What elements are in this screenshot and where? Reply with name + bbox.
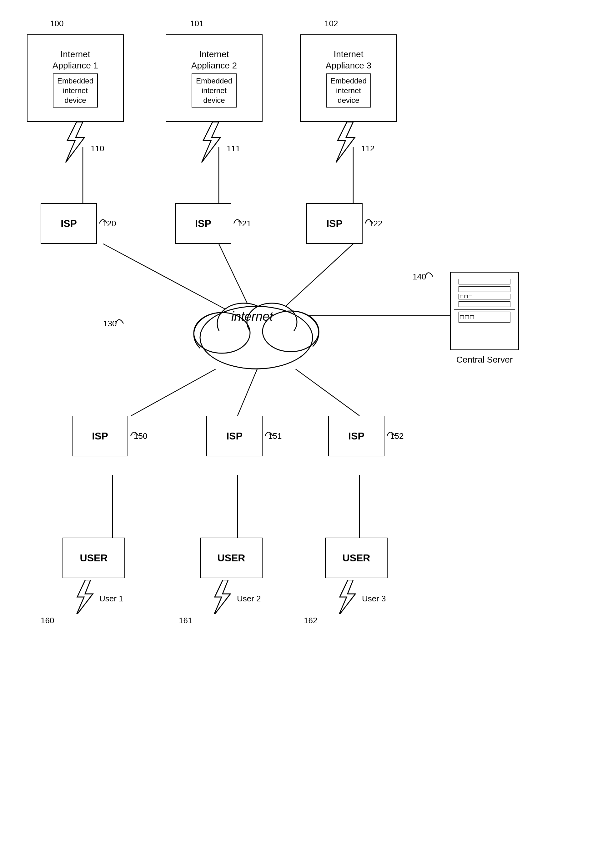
user1-label: USER (80, 552, 108, 564)
wireless-bolt-112 (330, 122, 358, 163)
isp2-curl (231, 214, 246, 230)
wireless-bolt-111 (195, 122, 223, 163)
user3-label: USER (343, 552, 370, 564)
central-server-label: Central Server (450, 355, 519, 365)
appliance3-box: Internet Appliance 3 Embedded internet d… (300, 34, 397, 122)
svg-marker-25 (76, 580, 93, 614)
user2-box: USER (200, 538, 263, 578)
appliance1-box: Internet Appliance 1 Embedded internet d… (27, 34, 124, 122)
user1-box: USER (62, 538, 125, 578)
user2-ref: 161 (179, 616, 192, 625)
internet-cloud (181, 275, 331, 375)
user3-text: User 3 (362, 594, 386, 604)
user2-label: USER (218, 552, 245, 564)
svg-marker-15 (336, 122, 355, 163)
appliance2-box: Internet Appliance 2 Embedded internet d… (166, 34, 263, 122)
appliance1-ref: 100 (50, 19, 64, 28)
isp3-box: ISP (306, 203, 362, 244)
appliance3-ref: 102 (324, 19, 338, 28)
user3-ref: 162 (304, 616, 317, 625)
isp1-curl (96, 214, 112, 230)
svg-marker-26 (214, 580, 230, 614)
user3-box: USER (325, 538, 388, 578)
isp5-curl (262, 427, 278, 442)
isp4-curl (128, 427, 143, 442)
wireless-bolt-161 (208, 580, 233, 614)
appliance2-inner: Embedded internet device (192, 73, 237, 108)
isp4-box: ISP (72, 416, 128, 456)
wireless-bolt-160 (70, 580, 95, 614)
isp6-curl (384, 427, 399, 442)
appliance3-label: Internet Appliance 3 (326, 49, 371, 71)
bolt111-ref: 111 (227, 144, 240, 153)
appliance3-inner: Embedded internet device (326, 73, 371, 108)
wireless-bolt-110 (59, 122, 88, 163)
internet-label: internet (231, 309, 273, 323)
isp5-box: ISP (206, 416, 263, 456)
isp2-box: ISP (175, 203, 231, 244)
appliance1-label: Internet Appliance 1 (52, 49, 98, 71)
central-server-box (450, 272, 519, 350)
isp1-label: ISP (61, 218, 77, 229)
isp4-label: ISP (92, 430, 108, 442)
appliance2-label: Internet Appliance 2 (191, 49, 237, 71)
bolt110-ref: 110 (91, 144, 104, 153)
svg-marker-13 (65, 122, 85, 163)
isp5-label: ISP (226, 430, 242, 442)
server-curl (422, 267, 438, 283)
svg-marker-14 (202, 122, 220, 163)
internet-curl (113, 314, 128, 330)
appliance1-inner: Embedded internet device (53, 73, 98, 108)
user1-ref: 160 (41, 616, 54, 625)
appliance2-ref: 101 (190, 19, 203, 28)
isp1-box: ISP (41, 203, 97, 244)
user2-text: User 2 (237, 594, 261, 604)
bolt112-ref: 112 (361, 144, 374, 153)
wireless-bolt-162 (333, 580, 358, 614)
isp3-curl (362, 214, 377, 230)
isp3-label: ISP (326, 218, 343, 229)
svg-marker-27 (339, 580, 355, 614)
user1-text: User 1 (100, 594, 123, 604)
isp2-label: ISP (195, 218, 211, 229)
isp6-label: ISP (348, 430, 364, 442)
svg-rect-21 (200, 331, 313, 369)
isp6-box: ISP (328, 416, 385, 456)
network-diagram: Internet Appliance 1 Embedded internet d… (0, 0, 597, 868)
